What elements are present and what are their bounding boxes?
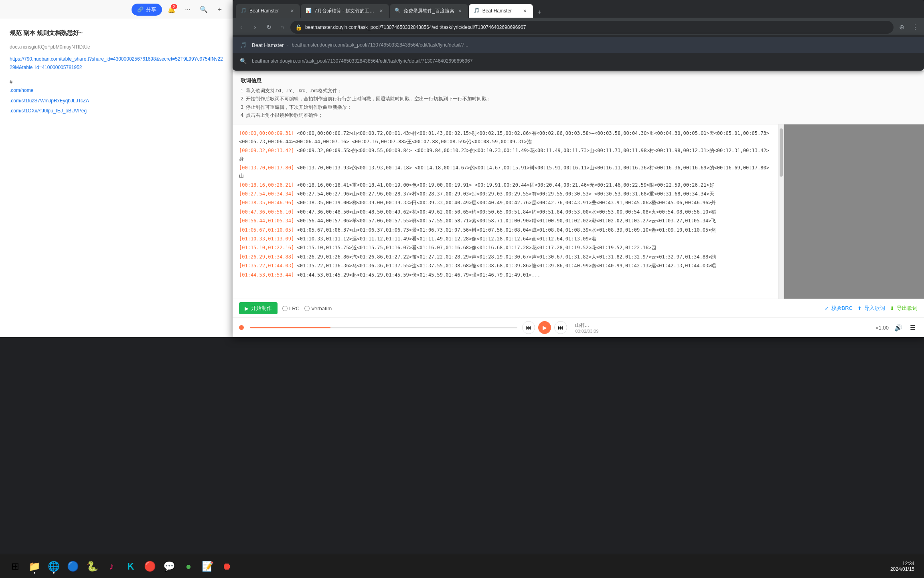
player-controls: ⏮ ▶ ⏭ [522,321,567,334]
system-clock[interactable]: 12:34 2024/01/15 [887,561,918,572]
lyric-line-12: [01:26.29,01:34.88] <01:26.29,01:26.86>汽… [239,253,772,261]
lyric-line-1: [00:00,00:00:09.31] <00:00,00:00:00.72>山… [239,129,772,146]
tab-beat-hamster-1[interactable]: 🎵 Beat Hamster ✕ [236,4,300,18]
tab-close-1[interactable]: ✕ [289,8,295,14]
scroll-thumb[interactable] [780,128,783,177]
next-btn[interactable]: ⏭ [554,321,567,334]
home-btn[interactable]: ⌂ [277,22,288,33]
lyric-instructions: 1. 导入歌词支持.txt、.lrc、.krc、.brc格式文件； 2. 开始制… [241,87,916,120]
timestamp-10: [01:10.33,01:13.09] [239,236,294,242]
controls-bar: ▶ 开始制作 LRC Verbatim ✓ 校验BRC ⬆ [233,299,924,317]
lyric-content-6: <00:38.35,00:39.00>梯<00:39.00,00:39.33>田… [297,200,716,206]
tab-close-4[interactable]: ✕ [522,8,528,14]
forward-btn[interactable]: › [249,22,261,33]
refresh-btn[interactable]: ↻ [263,22,274,33]
play-pause-btn[interactable]: ▶ [538,321,551,334]
taskbar-record[interactable]: ⏺ [218,558,236,575]
share-button[interactable]: 🔗 分享 [132,4,162,16]
lyric-scrollbar[interactable] [778,124,784,299]
address-url: beathamster.douyin.com/task_pool/7130746… [305,24,889,30]
new-tab-btn[interactable]: ＋ [534,6,545,18]
tab-close-3[interactable]: ✕ [457,8,463,14]
prev-btn[interactable]: ⏮ [522,321,535,334]
start-menu-btn[interactable]: ⊞ [6,558,24,575]
menu-btn[interactable]: ⋮ [910,22,921,33]
taskbar-app7[interactable]: 🔴 [141,558,159,575]
lyric-line-10: [01:10.33,01:13.09] <01:10.33,01:11.12>远… [239,235,772,243]
clock-date: 2024/01/15 [890,566,914,572]
taskbar-notes[interactable]: 📝 [199,558,217,575]
tab-baidu[interactable]: 🔍 免费录屏软件_百度搜索 ✕ [390,4,468,18]
tab-icon-2: 📊 [306,8,312,14]
beat-hamster-app: 🎵 Beat Ham ● 歌词信息 1. 导入歌词支持.txt、.lrc、.kr… [233,51,924,337]
lyric-content-11: <01:15.10,01:15.75>近<01:15.75,01:16.07>看… [297,245,657,250]
taskbar-music[interactable]: ♪ [103,558,120,575]
notification-btn[interactable]: 🔔 2 [165,3,178,16]
timestamp-11: [01:15.10,01:22.16] [239,245,294,250]
extensions-btn[interactable]: ⊕ [896,22,907,33]
ac-separator: - [287,42,288,48]
track-time: 00:02/03:09 [575,329,598,334]
link-2[interactable]: .com/s/1OXxAfJ0lpu_tEJ_oBUVPeg [10,107,223,116]
lrc-radio[interactable]: LRC [282,305,300,311]
taskbar-app6[interactable]: K [122,558,140,575]
verbatim-label: Verbatim [311,305,332,311]
taskbar-app9[interactable]: ● [180,558,197,575]
link-home[interactable]: .com/home [10,86,223,95]
lyric-text-area[interactable]: [00:00,00:00:09.31] <00:00,00:00:00.72>山… [233,124,778,299]
active-dot-2 [53,572,55,574]
playback-speed[interactable]: ×1.00 [875,325,889,331]
volume-btn[interactable]: 🔊 [894,323,903,332]
lyric-line-3: [00:13.70,00:17.80] <00:13.70,00:13.93>的… [239,164,772,180]
taskbar-app4[interactable]: 🐍 [83,558,101,575]
autocomplete-item-1[interactable]: 🎵 Beat Hamster - beathamster.douyin.com/… [233,37,924,53]
lyric-info-title: 歌词信息 [241,77,916,85]
lyric-line-4: [00:18.16,00:26.21] <00:18.16,00:18.41>重… [239,181,772,189]
ac-text-2: beathamster.douyin.com/task_pool/7130746… [252,58,918,64]
playlist-btn[interactable]: ☰ [908,323,918,332]
taskbar-chrome[interactable]: 🌐 [45,558,63,575]
timestamp-13: [01:35.22,01:44.03] [239,263,294,269]
autocomplete-item-2[interactable]: 🔍 beathamster.douyin.com/task_pool/71307… [233,53,924,69]
search-doc-btn[interactable]: 🔍 [197,3,210,16]
tab-label-1: Beat Hamster [249,8,286,14]
taskbar-file-explorer[interactable]: 📁 [26,558,43,575]
ac-subtitle-1: beathamster.douyin.com/task_pool/7130746… [292,42,918,48]
taskbar-edge[interactable]: 🔵 [64,558,82,575]
check-brc-btn[interactable]: ✓ 校验BRC [825,305,853,312]
instruction-2: 2. 开始制作后歌词不可编辑，合拍制作当前行行行加上时间戳，回退清除时间戳，空出… [241,95,916,103]
link-1[interactable]: .com/s/1fuzS7WmJpRxEyqbJLJTcZA [10,97,223,106]
timestamp-9: [01:05.67,01:10.05] [239,227,294,233]
doc-link-2[interactable]: https://790.huoban.com/table_share.t?sha… [10,55,223,72]
tab-music-calc[interactable]: 📊 7月音乐结算 - 赵文竹的工作... ✕ [301,4,389,18]
back-btn[interactable]: ‹ [236,22,247,33]
verbatim-radio-input[interactable] [304,306,310,311]
lyric-editor: [00:00,00:00:09.31] <00:00,00:00:00.72>山… [233,124,924,299]
doc-link-1: docs.ncnsgiuKQoFpbM0muyNTIDtUe [10,43,223,52]
autocomplete-dropdown: 🎵 Beat Hamster - beathamster.douyin.com/… [233,35,924,71]
tab-label-4: Beat Hamster [482,8,519,14]
add-btn[interactable]: ＋ [213,3,226,16]
export-lyric-btn[interactable]: ⬇ 导出歌词 [890,305,918,312]
lrc-radio-input[interactable] [282,306,288,311]
tab-beat-hamster-4[interactable]: 🎵 Beat Hamster ✕ [469,4,533,18]
tab-bar: 🎵 Beat Hamster ✕ 📊 7月音乐结算 - 赵文竹的工作... ✕ … [233,0,924,18]
doc-content: 规范 副本 规则文档熟悉好~ docs.ncnsgiuKQoFpbM0muyNT… [0,19,233,125]
taskbar-wechat[interactable]: 💬 [160,558,178,575]
verbatim-radio[interactable]: Verbatim [304,305,332,311]
clock-time: 12:34 [902,561,914,566]
address-bar[interactable]: 🔒 beathamster.douyin.com/task_pool/71307… [290,21,894,34]
progress-bar[interactable] [250,327,517,328]
more-options-btn[interactable]: ··· [181,3,194,16]
lyric-line-6: [00:38.35,00:46.96] <00:38.35,00:39.00>梯… [239,199,772,207]
lyric-line-2: [00:09.32,00:13.42] <00:09.32,00:09.55>的… [239,147,772,163]
lyric-content-2: <00:09.32,00:09.55>的<00:09.55,00:09.84> … [239,148,769,161]
tab-close-2[interactable]: ✕ [378,8,384,14]
browser-window: 🎵 Beat Hamster ✕ 📊 7月音乐结算 - 赵文竹的工作... ✕ … [233,0,924,337]
import-lyric-btn[interactable]: ⬆ 导入歌词 [857,305,885,312]
instruction-3: 3. 停止制作可重编辑，下次开始制作歌曲重新播放； [241,103,916,111]
lyric-content-13: <01:35.22,01:36.36>马<01:36.36,01:37.55>达… [297,263,716,269]
timestamp-12: [01:26.29,01:34.88] [239,254,294,260]
start-make-btn[interactable]: ▶ 开始制作 [239,302,278,314]
link-huoban[interactable]: https://790.huoban.com/table_share.t?sha… [10,56,223,71]
